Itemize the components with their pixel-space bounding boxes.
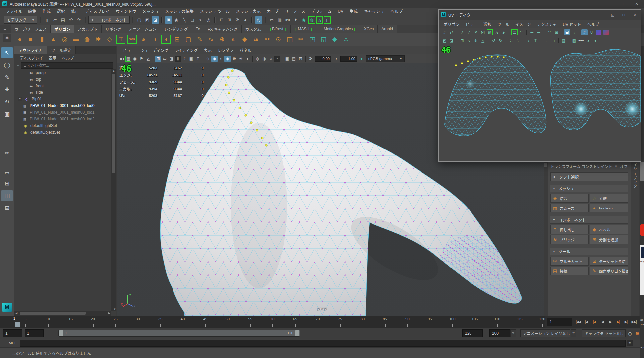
- range-end-handle[interactable]: [295, 330, 299, 336]
- uv-dock-icon[interactable]: ◱: [607, 10, 618, 19]
- shelf-tab-リギング[interactable]: リギング: [102, 25, 125, 33]
- shelf-tab-Motion Graphics[interactable]: [Motion Graphics]: [317, 25, 360, 33]
- outliner-horizontal-scrollbar[interactable]: ◀ ▶: [14, 311, 111, 316]
- uv-texture-border-icon[interactable]: ▨: [561, 37, 567, 44]
- uv-pack-icon[interactable]: ∷: [508, 37, 514, 44]
- uv-unfold-icon[interactable]: ⊞: [459, 37, 465, 44]
- uv-image-display-icon[interactable]: ▣: [564, 29, 570, 35]
- auto-keyframe-icon[interactable]: ◷: [627, 330, 633, 337]
- xray-icon[interactable]: ◍: [254, 56, 261, 62]
- add-poly-icon[interactable]: ⊕: [217, 34, 227, 44]
- shelf-tab-FX キャッシング[interactable]: FX キャッシング: [204, 25, 242, 33]
- playback-end-field[interactable]: 120: [462, 329, 483, 337]
- redo-icon[interactable]: ↷: [75, 16, 82, 24]
- select-component-icon[interactable]: ◪: [152, 16, 159, 24]
- snap-point-icon[interactable]: ╲: [181, 16, 188, 24]
- wireframe-on-shaded-icon[interactable]: ◐: [218, 56, 224, 62]
- menu-生成[interactable]: 生成: [346, 8, 361, 14]
- shelf-tab-Arnold[interactable]: Arnold: [378, 25, 397, 33]
- menu-メッシュ表示[interactable]: メッシュ表示: [233, 8, 264, 14]
- scroll-up-icon[interactable]: ▲: [111, 69, 116, 72]
- minimize-button[interactable]: ─: [600, 0, 615, 8]
- uv-lattice-icon[interactable]: #: [441, 29, 448, 35]
- select-hierarchy-icon[interactable]: ▢: [136, 16, 143, 24]
- outliner-item-defaultObjectSet[interactable]: ◉defaultObjectSet: [14, 129, 111, 136]
- tab-layer-editor[interactable]: レイヤ エディタ: [632, 162, 638, 188]
- animation-end-field[interactable]: 200: [489, 329, 510, 337]
- camera-attributes-icon[interactable]: ◉: [132, 56, 138, 62]
- film-gate-icon[interactable]: ▭: [162, 56, 168, 62]
- shelf-tab-Fx[interactable]: Fx: [192, 25, 204, 33]
- move-tool[interactable]: ✚: [1, 84, 13, 95]
- polygon-plane-icon[interactable]: ▬: [71, 34, 81, 44]
- scrollbar-thumb[interactable]: [20, 312, 86, 315]
- isolate-add-icon[interactable]: ▤: [291, 56, 297, 62]
- uv-menu-ツール[interactable]: ツール: [494, 21, 512, 27]
- toolkit-button-四角ポリゴン描画[interactable]: ✎四角ポリゴン描画: [590, 267, 628, 275]
- shelf-tab-Bifrost[interactable]: [Bifrost]: [265, 25, 291, 33]
- uv-alpha-channel-icon[interactable]: ◕: [585, 37, 591, 44]
- snap-view-plane-icon[interactable]: ⌖: [197, 16, 204, 24]
- resolution-gate-icon[interactable]: ◨: [168, 56, 174, 62]
- menu-ディスプレイ[interactable]: ディスプレイ: [82, 8, 113, 14]
- shadows-icon[interactable]: ☀: [238, 56, 244, 62]
- last-tool-used[interactable]: ✏: [1, 148, 13, 159]
- outliner-item-persp[interactable]: ■◂persp: [14, 69, 111, 76]
- render-current-frame-icon[interactable]: ▥: [276, 16, 283, 24]
- toolkit-button-分割を追加[interactable]: ⊞分割を追加: [590, 235, 628, 244]
- step-forward-key-button[interactable]: ▶|: [614, 318, 622, 326]
- play-backwards-button[interactable]: ◀: [598, 318, 606, 326]
- outliner-item-side[interactable]: ■◂side: [14, 89, 111, 96]
- type-tool-icon[interactable]: T: [116, 34, 126, 44]
- outliner-item-PHW_01_Nude_0001_mesh00_lod1[interactable]: ▦PHW_01_Nude_0001_mesh00_lod1: [14, 109, 111, 116]
- viewport-menu-表示[interactable]: 表示: [201, 47, 215, 53]
- uv-menu-テクスチャ[interactable]: テクスチャ: [534, 21, 560, 27]
- outliner-item-PHW_01_Nude_0001_mesh00_lod0[interactable]: ▦PHW_01_Nude_0001_mesh00_lod0: [14, 102, 111, 109]
- curve-icon[interactable]: ∿: [206, 34, 216, 44]
- xray-active-icon[interactable]: ○: [268, 56, 274, 62]
- input-connections-icon[interactable]: ⊟: [218, 16, 225, 24]
- command-search-input[interactable]: [21, 62, 113, 69]
- mel-input[interactable]: [20, 340, 282, 347]
- step-back-key-button[interactable]: |◀: [590, 318, 598, 326]
- quad-draw-icon[interactable]: ✏: [296, 34, 306, 44]
- grid-toggle-icon[interactable]: ⊞: [155, 56, 161, 62]
- uv-sew-icon[interactable]: ⋈: [480, 29, 486, 35]
- shelf-tab-ポリゴン[interactable]: ポリゴン: [51, 25, 74, 33]
- sphere-wire-icon[interactable]: ◑: [150, 34, 160, 44]
- safe-action-icon[interactable]: ▣: [188, 56, 194, 62]
- uv-align-bottom-icon[interactable]: ↓: [525, 37, 532, 44]
- chevron-down-icon[interactable]: ▽: [510, 329, 516, 337]
- bevel-icon[interactable]: ◆: [240, 34, 250, 44]
- menu-選択[interactable]: 選択: [54, 8, 68, 14]
- timeline-track[interactable]: 1 51015202530354045505560657075808590951…: [0, 316, 545, 328]
- boolean-icon[interactable]: ◐: [228, 34, 238, 44]
- shelf-tab-レンダリング[interactable]: レンダリング: [160, 25, 192, 33]
- uv-texture-b-icon[interactable]: [603, 30, 609, 35]
- outliner-vertical-scrollbar[interactable]: ▲ ▼: [111, 69, 116, 311]
- menu-デフォーム[interactable]: デフォーム: [308, 8, 335, 14]
- output-connections-icon[interactable]: ⊞: [226, 16, 233, 24]
- sphere-shaded-icon[interactable]: ◕: [138, 34, 148, 44]
- camera-select-icon[interactable]: ■◂: [119, 56, 125, 62]
- mel-output[interactable]: [282, 340, 626, 347]
- section-header-コンポーネント[interactable]: ▼コンポーネント: [550, 216, 628, 224]
- animation-start-field[interactable]: 1: [3, 329, 22, 337]
- range-slider[interactable]: 1 120: [58, 330, 300, 337]
- target-weld-icon[interactable]: ⊙: [273, 34, 283, 44]
- menu-メッシュ ツール[interactable]: メッシュ ツール: [197, 8, 233, 14]
- animation-preferences-icon[interactable]: ❋: [634, 330, 641, 337]
- uv-snap-together-icon[interactable]: ∵: [546, 29, 553, 35]
- outliner-item-front[interactable]: ■◂front: [14, 83, 111, 89]
- launch-b-icon[interactable]: ◮: [316, 16, 323, 24]
- scroll-left-icon[interactable]: ◀: [14, 312, 18, 315]
- toolkit-button-接続[interactable]: ▤接続: [550, 267, 589, 275]
- selection-mask-selector[interactable]: ▼ コンポーネント: [88, 16, 130, 24]
- gamma-field[interactable]: 1.00: [340, 56, 357, 62]
- shelf-menu-icon[interactable]: ≣: [3, 27, 8, 31]
- ipr-render-icon[interactable]: IPR: [284, 16, 291, 24]
- field-chart-icon[interactable]: #: [181, 56, 188, 62]
- viewport-menu-シェーディング[interactable]: シェーディング: [138, 47, 171, 53]
- mirror-icon[interactable]: ◫: [285, 34, 295, 44]
- outliner-item-top[interactable]: ■◂top: [14, 76, 111, 83]
